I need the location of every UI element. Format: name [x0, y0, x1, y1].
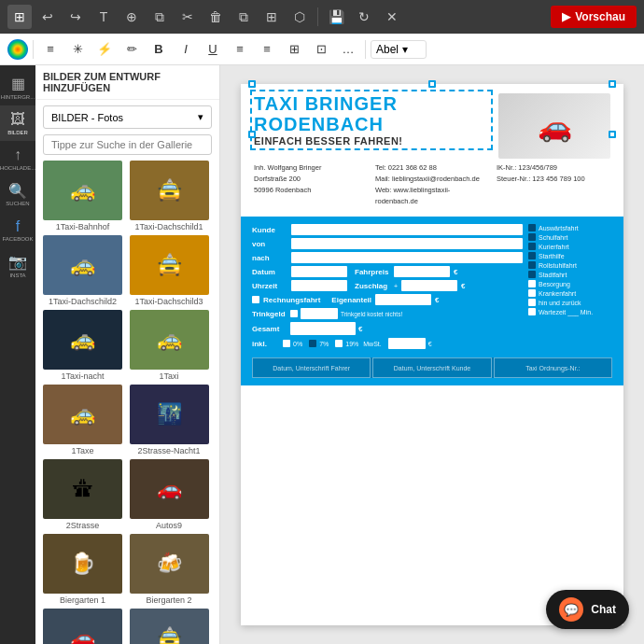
- sidebar-item-hochlade[interactable]: ↑ HOCHLADE...: [1, 141, 35, 176]
- gallery-header: BILDER ZUM ENTWURF HINZUFÜGEN: [35, 65, 219, 100]
- zuschlag-label: Zuschlag: [355, 282, 390, 290]
- tool-add[interactable]: ⊕: [119, 5, 144, 29]
- more-btn[interactable]: …: [336, 37, 360, 62]
- handle-tr[interactable]: [609, 80, 616, 88]
- sidebar-item-insta[interactable]: 📷 INSTA: [1, 248, 35, 284]
- edit-btn[interactable]: ✏: [119, 37, 144, 62]
- tool-grid[interactable]: ⊞: [259, 5, 284, 29]
- handle-ml[interactable]: [248, 131, 256, 138]
- tool-save[interactable]: 💾: [324, 5, 348, 29]
- bold-btn[interactable]: B: [147, 37, 171, 62]
- bilder-icon: 🖼: [10, 111, 25, 128]
- tool-close[interactable]: ✕: [380, 5, 404, 29]
- font-selector[interactable]: Abel ▾: [371, 40, 427, 59]
- option-checkbox-6[interactable]: [528, 280, 536, 287]
- italic-btn[interactable]: I: [174, 37, 198, 62]
- nach-input[interactable]: [291, 252, 523, 263]
- tool-select[interactable]: ⊞: [7, 5, 32, 29]
- gallery-item[interactable]: 🍺Biergarten 1: [43, 534, 126, 605]
- trinkgeld-label: Trinkgeld: [252, 310, 287, 318]
- gallery-dropdown[interactable]: BILDER - Fotos ▾: [43, 105, 212, 129]
- preview-button[interactable]: ▶ Vorschau: [551, 6, 637, 28]
- align-left-btn[interactable]: ≡: [228, 37, 252, 62]
- gallery-item[interactable]: 🚕1Taxe: [43, 385, 126, 455]
- form-checkbox-row: Auswärtsfahrt: [528, 224, 612, 231]
- handle-tc[interactable]: [428, 80, 436, 88]
- sidebar-item-suchen[interactable]: 🔍 SUCHEN: [1, 177, 35, 213]
- gallery-search-input[interactable]: [43, 134, 212, 155]
- euro3: €: [435, 296, 470, 304]
- sidebar-item-hintergrund[interactable]: ▦ HINTERGR...: [1, 70, 35, 105]
- gallery-item[interactable]: 🌃2Strasse-Nacht1: [130, 385, 213, 455]
- gallery-item[interactable]: 🚗Autos9: [130, 459, 213, 530]
- option-checkbox-8[interactable]: [528, 299, 536, 306]
- form-footer: Datum, Unterschrift Fahrer Datum, Unters…: [252, 357, 612, 378]
- color-picker[interactable]: [7, 39, 28, 60]
- canvas-area[interactable]: TAXI BRINGER RODENBACH EINFACH BESSER FA…: [220, 65, 644, 644]
- kunde-input[interactable]: [291, 224, 523, 235]
- form-checkbox-row: Rollstuhlfahrt: [528, 261, 612, 269]
- option-checkbox-7[interactable]: [528, 289, 536, 297]
- tool-duplicate[interactable]: ⧉: [231, 5, 256, 29]
- flash-btn[interactable]: ⚡: [92, 37, 117, 62]
- option-checkbox-1[interactable]: [528, 233, 536, 241]
- von-input[interactable]: [291, 238, 523, 249]
- gallery-item[interactable]: 🚕1Taxi-Bahnhof: [43, 161, 126, 231]
- trinkgeld-checkbox[interactable]: [290, 310, 298, 317]
- eigenanteil-input[interactable]: [375, 294, 431, 305]
- mwst19-checkbox[interactable]: [335, 340, 343, 347]
- mwst-input[interactable]: [388, 338, 426, 349]
- spacing-btn[interactable]: ⊡: [309, 37, 333, 62]
- gallery-item[interactable]: 🚕1Taxi-Dachschild2: [43, 235, 126, 306]
- sidebar-item-facebook[interactable]: f FACEBOOK: [1, 213, 35, 248]
- gallery-item-label: 1Taxi-nacht: [43, 371, 122, 381]
- rechnungsfahrt-checkbox[interactable]: [252, 296, 259, 303]
- gallery-item[interactable]: 🚖Fahrertaxi: [130, 609, 213, 644]
- handle-tl[interactable]: [248, 80, 256, 88]
- tool-layers[interactable]: ⬡: [287, 5, 312, 29]
- option-checkbox-4[interactable]: [528, 261, 536, 269]
- gallery-item[interactable]: 🚗Fahrerinnenraum: [43, 609, 126, 644]
- tool-undo[interactable]: ↩: [35, 5, 60, 29]
- document: TAXI BRINGER RODENBACH EINFACH BESSER FA…: [241, 84, 623, 625]
- datum-input[interactable]: [291, 266, 347, 277]
- mwst0-checkbox[interactable]: [283, 340, 290, 347]
- gallery-item[interactable]: 🚕1Taxi-nacht: [43, 310, 126, 381]
- tool-redo[interactable]: ↪: [63, 5, 88, 29]
- gallery-item[interactable]: 🚕1Taxi: [130, 310, 213, 381]
- footer-fahrer: Datum, Unterschrift Fahrer: [252, 357, 371, 378]
- style-btn[interactable]: ✳: [65, 37, 90, 62]
- euro1: €: [454, 268, 489, 276]
- gallery-item[interactable]: 🚖1Taxi-Dachschild3: [130, 235, 213, 306]
- zuschlag-input[interactable]: [401, 280, 457, 291]
- option-checkbox-2[interactable]: [528, 243, 536, 250]
- sidebar-item-bilder[interactable]: 🖼 BILDER: [0, 105, 35, 141]
- align-btn[interactable]: ≡: [38, 37, 63, 62]
- text-size-btn[interactable]: ⊞: [282, 37, 306, 62]
- tool-delete[interactable]: 🗑: [203, 5, 228, 29]
- tool-refresh[interactable]: ↻: [352, 5, 376, 29]
- tool-text[interactable]: T: [91, 5, 116, 29]
- gallery-grid: 🚕1Taxi-Bahnhof🚖1Taxi-Dachschild1🚕1Taxi-D…: [35, 161, 219, 644]
- option-checkbox-3[interactable]: [528, 252, 536, 259]
- option-checkbox-0[interactable]: [528, 224, 536, 231]
- gesamt-input[interactable]: [290, 322, 356, 335]
- option-checkbox-9[interactable]: [528, 308, 536, 315]
- trinkgeld-input[interactable]: [301, 308, 338, 319]
- gallery-item[interactable]: 🚖1Taxi-Dachschild1: [130, 161, 213, 231]
- tool-cut[interactable]: ✂: [175, 5, 200, 29]
- gallery-item[interactable]: 🛣2Strasse: [43, 459, 126, 530]
- form-checkbox-row: Wartezeit ___ Min.: [528, 308, 612, 315]
- uhrzeit-input[interactable]: [291, 280, 347, 291]
- chat-button[interactable]: 💬 Chat: [546, 590, 629, 629]
- flyer-title-area[interactable]: TAXI BRINGER RODENBACH EINFACH BESSER FA…: [254, 93, 489, 147]
- gallery-item[interactable]: 🍻Biergarten 2: [130, 534, 213, 605]
- underline-btn[interactable]: U: [201, 37, 225, 62]
- option-checkbox-5[interactable]: [528, 271, 536, 278]
- handle-mr[interactable]: [609, 131, 616, 138]
- fahrpreis-input[interactable]: [394, 266, 450, 277]
- align-center-btn[interactable]: ≡: [255, 37, 279, 62]
- mwst7-checkbox[interactable]: [309, 340, 316, 347]
- trinkgeld-note: Trinkgeld kostet nichts!: [341, 311, 402, 317]
- tool-copy[interactable]: ⧉: [147, 5, 172, 29]
